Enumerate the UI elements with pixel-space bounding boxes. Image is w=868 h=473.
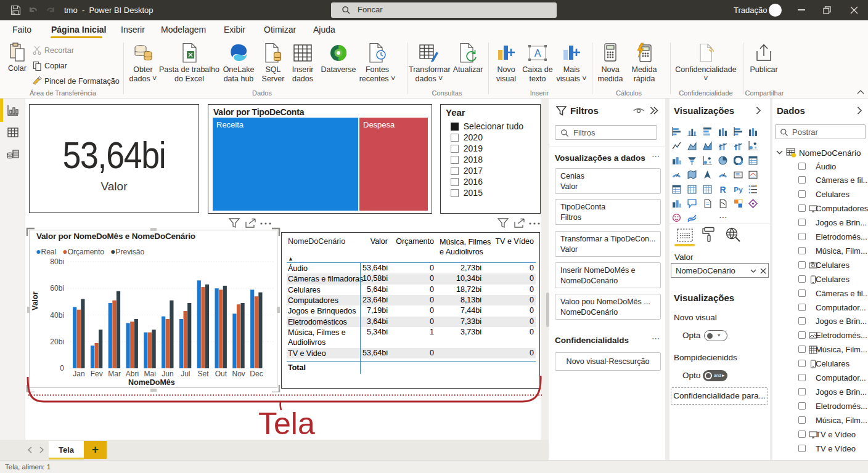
svg-text:Py: Py bbox=[734, 185, 743, 193]
svg-text:R: R bbox=[719, 185, 726, 194]
svg-text:A: A bbox=[534, 48, 541, 59]
svg-text:Tela: Tela bbox=[258, 406, 315, 440]
